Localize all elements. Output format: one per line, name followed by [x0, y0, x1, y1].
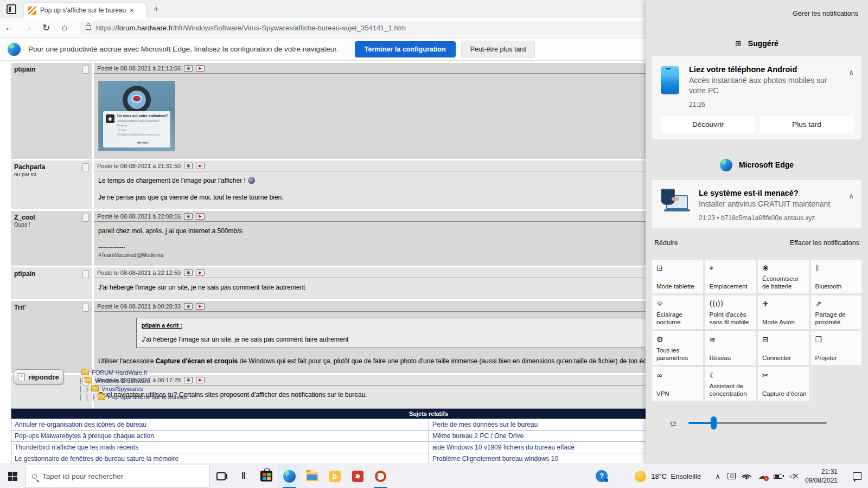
- post-flag-icon[interactable]: [82, 66, 89, 74]
- tile-focus-assist[interactable]: ☾Assistant de concentration: [705, 367, 756, 401]
- battery-icon[interactable]: [774, 474, 782, 479]
- onedrive-error-icon[interactable]: ☁✕: [758, 471, 767, 481]
- brightness-slider[interactable]: [688, 422, 827, 424]
- profile-icon[interactable]: ▣: [184, 303, 193, 310]
- back-icon[interactable]: ←: [0, 22, 18, 33]
- reply-icon[interactable]: ▶: [196, 163, 205, 169]
- meet-now-icon[interactable]: [727, 473, 736, 479]
- collapse-chevron-icon[interactable]: ∧: [848, 192, 854, 200]
- post-flag-icon[interactable]: [82, 270, 89, 278]
- task-view-icon: [216, 472, 226, 480]
- profile-icon[interactable]: ▣: [184, 163, 193, 169]
- tab-close-icon[interactable]: ✕: [129, 7, 134, 14]
- reply-icon[interactable]: ▶: [196, 377, 205, 383]
- microsoft-store-button[interactable]: [255, 464, 278, 488]
- post-author[interactable]: ptipain: [14, 66, 89, 73]
- related-link[interactable]: Perte de mes données sur le bureau: [432, 421, 538, 428]
- notification-body: Accès instantané aux photos mobiles sur …: [689, 75, 835, 96]
- weather-widget[interactable]: 18°C Ensoleillé: [635, 471, 701, 482]
- edge-scam-notification[interactable]: ∧ Le système est-il menacé? Installer an…: [652, 180, 861, 228]
- url-text: https://forum.hardware.fr/hfr/WindowsSof…: [96, 24, 406, 32]
- tile-all-settings[interactable]: ⚙Tous les paramètres: [652, 331, 703, 365]
- reload-icon[interactable]: ↻: [37, 22, 55, 34]
- taskbar-search[interactable]: Taper ici pour rechercher: [25, 465, 209, 488]
- reply-button[interactable]: * répondre: [14, 369, 63, 384]
- tile-airplane-mode[interactable]: ✈Mode Avion: [758, 296, 809, 329]
- action-center-button[interactable]: [846, 464, 868, 488]
- search-icon: [32, 474, 37, 479]
- tile-location[interactable]: ⌖Emplacement: [705, 260, 756, 293]
- new-tab-button[interactable]: +: [154, 4, 159, 15]
- reply-icon[interactable]: ▶: [196, 213, 205, 220]
- home-icon[interactable]: ⌂: [55, 22, 74, 33]
- tile-screen-snip[interactable]: ✂Capture d'écran: [758, 367, 809, 401]
- post-author-subtitle: Oups !: [14, 222, 89, 228]
- post-flag-icon[interactable]: [82, 304, 89, 312]
- wifi-icon[interactable]: [743, 473, 751, 480]
- slider-thumb[interactable]: [711, 416, 717, 429]
- later-button[interactable]: Plus tard: [760, 116, 854, 133]
- tile-nearby-sharing[interactable]: ⇗Partage de proximité: [811, 296, 862, 329]
- edge-taskbar-button[interactable]: [278, 464, 301, 488]
- tile-vpn[interactable]: ∞VPN: [652, 367, 703, 401]
- tile-battery-saver[interactable]: ❀Économiseur de batterie: [758, 260, 809, 293]
- related-link[interactable]: Pop-ups Malwarebytes à presque chaque ac…: [15, 432, 154, 440]
- pinned-app-pipes[interactable]: ‖: [232, 464, 255, 488]
- yellow-app-button[interactable]: B: [323, 464, 346, 488]
- related-link[interactable]: Thunderbird n'affiche que les mails réce…: [15, 444, 138, 451]
- phone-link-notification[interactable]: ∧ Liez votre téléphone Android Accès ins…: [652, 56, 861, 139]
- related-link[interactable]: Problème Clignotement bureau windows 10: [432, 455, 558, 463]
- post-author[interactable]: Trit': [14, 304, 89, 311]
- tray-expand-icon[interactable]: ∧: [715, 472, 720, 480]
- popup-badge-icon: ◉: [106, 114, 114, 123]
- tile-tablet-mode[interactable]: ⊡Mode tablette: [652, 260, 703, 293]
- related-link[interactable]: Même bureau 2 PC / One Drive: [432, 432, 524, 440]
- start-button[interactable]: [0, 464, 25, 488]
- forward-icon[interactable]: →: [18, 22, 37, 33]
- tile-connect[interactable]: ⊟Connecter: [758, 331, 809, 365]
- finish-setup-button[interactable]: Terminer la configuration: [355, 41, 456, 57]
- tile-bluetooth[interactable]: ᛒBluetooth: [811, 260, 862, 293]
- profile-icon[interactable]: ▣: [184, 269, 193, 276]
- profile-icon[interactable]: ▣: [184, 213, 193, 220]
- related-link[interactable]: Le gestionnaire de fenêtres de bureau sa…: [15, 455, 178, 463]
- taskbar-clock[interactable]: 21:31 09/08/2021: [805, 467, 838, 485]
- maybe-later-button[interactable]: Peut-être plus tard: [461, 41, 535, 58]
- reply-icon[interactable]: ▶: [196, 303, 205, 310]
- tile-network[interactable]: ≋Réseau: [705, 331, 756, 365]
- manage-notifications-link[interactable]: Gérer les notifications: [652, 0, 861, 17]
- file-explorer-button[interactable]: [301, 464, 323, 488]
- post-flag-icon[interactable]: [82, 214, 89, 222]
- reduce-link[interactable]: Réduire: [654, 239, 678, 247]
- task-view-button[interactable]: [209, 464, 232, 488]
- reply-icon[interactable]: ▶: [196, 65, 205, 72]
- screenshot-app-button[interactable]: [369, 464, 392, 488]
- related-link[interactable]: aide Windows 10 v1909 fichiers du bureau…: [432, 444, 575, 451]
- posted-photo[interactable]: ◉ Un virus sur votre ordinateur? Vérifie…: [98, 81, 175, 151]
- reply-icon[interactable]: ▶: [196, 269, 205, 276]
- lock-icon[interactable]: [86, 25, 91, 30]
- tile-project[interactable]: ❐Projeter: [811, 331, 862, 365]
- help-icon[interactable]: ?: [596, 470, 608, 482]
- clear-notifications-link[interactable]: Effacer les notifications: [790, 239, 859, 247]
- post-author[interactable]: Pachparla: [14, 163, 89, 171]
- breadcrumb-item[interactable]: │ │ ├Pop up s'affiche sur le bureau: [79, 394, 187, 400]
- breadcrumb-item[interactable]: FORUM HardWare.fr: [79, 369, 187, 376]
- tab-actions-icon[interactable]: [7, 4, 16, 14]
- post-flag-icon[interactable]: [82, 163, 89, 171]
- breadcrumb-item[interactable]: │ ├Virus/Spywares: [79, 386, 187, 392]
- post-author[interactable]: Z_cool: [14, 214, 89, 221]
- breadcrumb-item[interactable]: ├Windows & Software: [79, 377, 187, 384]
- collapse-chevron-icon[interactable]: ∧: [848, 68, 854, 76]
- tile-mobile-hotspot[interactable]: ((ı))Point d'accès sans fil mobile: [705, 296, 756, 329]
- volume-muted-icon[interactable]: ◁✕: [789, 472, 797, 480]
- post-author[interactable]: ptipain: [14, 270, 89, 278]
- browser-tab[interactable]: Pop up s'affiche sur le bureau - V ✕: [24, 3, 146, 18]
- folder-icon: [98, 394, 105, 400]
- quote-header[interactable]: ptipain a écrit :: [142, 322, 682, 330]
- roblox-button[interactable]: [346, 464, 369, 488]
- related-link[interactable]: Annuler ré-organisation des icônes de bu…: [15, 421, 146, 428]
- tile-night-light[interactable]: ☼Éclairage nocturne: [652, 296, 703, 329]
- profile-icon[interactable]: ▣: [184, 65, 193, 72]
- discover-button[interactable]: Découvrir: [661, 116, 755, 133]
